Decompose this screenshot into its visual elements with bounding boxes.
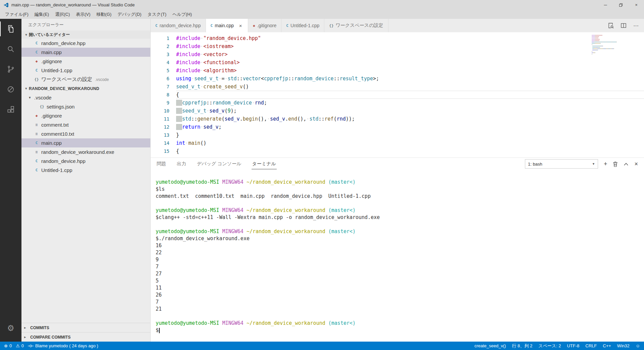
open-editor-item[interactable]: {}ワークスペースの設定.vscode — [21, 75, 150, 84]
code-line[interactable]: 5#include·<algorithm> — [151, 67, 644, 75]
menu-item[interactable]: 編集(E) — [32, 10, 52, 19]
panel-tab[interactable]: 問題 — [156, 159, 167, 169]
activity-extensions[interactable] — [0, 99, 21, 120]
terminal-block: yumetodo@yumetodo-MSI MINGW64 ~/random_d… — [156, 320, 644, 334]
status-item[interactable]: C++ — [603, 343, 611, 348]
section-compare-commits[interactable]: ▸ COMPARE COMMITS — [21, 332, 150, 342]
open-preview-button[interactable] — [608, 23, 614, 29]
close-button[interactable]: × — [629, 0, 644, 10]
code-line[interactable]: 1#include·"random_device.hpp" — [151, 34, 644, 42]
settings-gear-icon: ⚙ — [7, 323, 14, 333]
code-line[interactable]: 11 std::generate(sed_v.begin(),·sed_v.en… — [151, 115, 644, 123]
line-number: 4 — [151, 58, 176, 67]
add-terminal-button[interactable]: + — [604, 161, 607, 168]
code-line[interactable]: 10 seed_v_t·sed_v(9); — [151, 107, 644, 115]
panel-tab[interactable]: ターミナル — [252, 159, 277, 169]
minimize-button[interactable]: ─ — [598, 0, 613, 10]
shell-selector-value: 1: bash — [528, 162, 542, 167]
tree-item[interactable]: Crandom_device.hpp — [21, 157, 150, 166]
status-item[interactable]: ⚠0 — [16, 343, 24, 348]
more-actions-button[interactable]: ⋯ — [633, 23, 639, 29]
code-line[interactable]: 7seed_v_t·create_seed_v() — [151, 83, 644, 91]
split-editor-button[interactable] — [621, 23, 627, 29]
editor-tab[interactable]: Crandom_device.hpp — [151, 19, 206, 32]
menu-item[interactable]: デバッグ(D) — [114, 10, 144, 19]
status-item[interactable]: Blame yumetodo ( 24 days ago ) — [28, 343, 98, 348]
code-line[interactable]: 9 cpprefjp::random_device·rnd; — [151, 99, 644, 107]
panel-tab[interactable]: 出力 — [176, 159, 187, 169]
file-label: Untitled-1.cpp — [41, 167, 72, 173]
tree-item[interactable]: CUntitled-1.cpp — [21, 166, 150, 175]
cpp-file-icon: C — [34, 68, 40, 73]
menu-item[interactable]: 表示(V) — [73, 10, 93, 19]
code-line[interactable]: 13} — [151, 131, 644, 139]
kill-terminal-button[interactable] — [613, 161, 618, 167]
terminal-line: 11 — [156, 285, 644, 292]
editor-tab[interactable]: CUntitled-1.cpp — [281, 19, 324, 32]
cpp-file-icon: C — [155, 24, 158, 28]
open-editor-item[interactable]: ◆.gitignore — [21, 57, 150, 66]
open-editor-item[interactable]: Crandom_device.hpp — [21, 39, 150, 48]
status-item-label: create_seed_v() — [474, 343, 506, 348]
status-item[interactable]: スペース: 2 — [538, 343, 561, 349]
open-preview-icon — [608, 23, 614, 29]
shell-selector[interactable]: 1: bash ▼ — [525, 159, 598, 169]
menu-item[interactable]: タスク(T) — [145, 10, 170, 19]
tree-item[interactable]: {}settings.json — [21, 102, 150, 111]
workspace-folder-header[interactable]: ▾ RANDOM_DEVICE_WORKAROUND — [21, 84, 150, 93]
editor-tab[interactable]: ◆.gitignore — [248, 19, 281, 32]
status-item[interactable]: Win32 — [617, 343, 630, 348]
code-line[interactable]: 2#include·<iostream> — [151, 42, 644, 50]
open-editor-item[interactable]: Cmain.cpp — [21, 48, 150, 57]
status-item[interactable]: ☺ — [636, 343, 640, 348]
menu-item[interactable]: 移動(G) — [94, 10, 115, 19]
code-editor[interactable]: 1#include·"random_device.hpp"2#include·<… — [151, 32, 644, 158]
code-line[interactable]: 8{ — [151, 91, 644, 99]
tree-item[interactable]: ≡comment10.txt — [21, 129, 150, 138]
maximize-panel-icon — [624, 162, 629, 166]
status-item[interactable]: 行 8、列 2 — [512, 343, 532, 349]
tree-item[interactable]: ≡comment.txt — [21, 120, 150, 129]
open-editor-item[interactable]: CUntitled-1.cpp — [21, 66, 150, 75]
activity-search[interactable] — [0, 39, 21, 59]
tree-item[interactable]: Cmain.cpp — [21, 138, 150, 147]
restore-button[interactable] — [613, 0, 629, 10]
close-tab-icon[interactable]: × — [238, 23, 243, 29]
open-editors-header[interactable]: ▾ 開いているエディター — [21, 31, 150, 39]
code-line[interactable]: 4#include·<functional> — [151, 58, 644, 67]
panel-tab[interactable]: デバッグ コンソール — [196, 159, 242, 169]
code-line[interactable]: 15{ — [151, 147, 644, 155]
status-item[interactable]: ⊗0 — [4, 343, 12, 348]
status-item[interactable]: create_seed_v() — [474, 343, 506, 348]
code-line[interactable]: 14int·main() — [151, 139, 644, 147]
activity-explorer[interactable] — [0, 19, 21, 39]
menu-item[interactable]: ヘルプ(H) — [169, 10, 195, 19]
menu-item[interactable]: ファイル(F) — [2, 10, 32, 19]
tree-folder[interactable]: ▾.vscode — [21, 93, 150, 102]
activity-debug[interactable] — [0, 79, 21, 99]
status-item[interactable]: CRLF — [585, 343, 597, 348]
terminal-prompt-line: yumetodo@yumetodo-MSI MINGW64 ~/random_d… — [156, 179, 644, 186]
code-line[interactable]: 12 return·sed_v; — [151, 123, 644, 131]
code-line[interactable]: 6using·seed_v_t·=·std::vector<cpprefjp::… — [151, 75, 644, 83]
editor-tab[interactable]: Cmain.cpp× — [206, 19, 248, 32]
tree-item[interactable]: ◆.gitignore — [21, 111, 150, 120]
activity-source-control[interactable] — [0, 59, 21, 79]
tree-item[interactable]: ≡random_device_workaround.exe — [21, 147, 150, 157]
maximize-panel-button[interactable] — [624, 162, 629, 166]
editor-tab[interactable]: {}ワークスペースの設定 — [324, 19, 388, 32]
status-item[interactable]: UTF-8 — [567, 343, 579, 348]
close-panel-button[interactable]: × — [634, 161, 638, 168]
terminal-content[interactable]: yumetodo@yumetodo-MSI MINGW64 ~/random_d… — [151, 170, 644, 342]
minimize-icon: ─ — [604, 2, 607, 7]
settings-gear-button[interactable]: ⚙ — [0, 318, 21, 338]
code-line[interactable]: 3#include·<vector> — [151, 50, 644, 58]
section-commits[interactable]: ▸ COMMITS — [21, 323, 150, 332]
status-bar: ⊗0⚠0Blame yumetodo ( 24 days ago ) creat… — [0, 342, 644, 350]
status-item-label: UTF-8 — [567, 343, 579, 348]
minimap[interactable] — [592, 35, 623, 55]
status-item-label: C++ — [603, 343, 611, 348]
code-text: #include·<iostream> — [176, 42, 644, 50]
menu-item[interactable]: 選択(C) — [52, 10, 73, 19]
file-label: comment10.txt — [41, 131, 74, 137]
